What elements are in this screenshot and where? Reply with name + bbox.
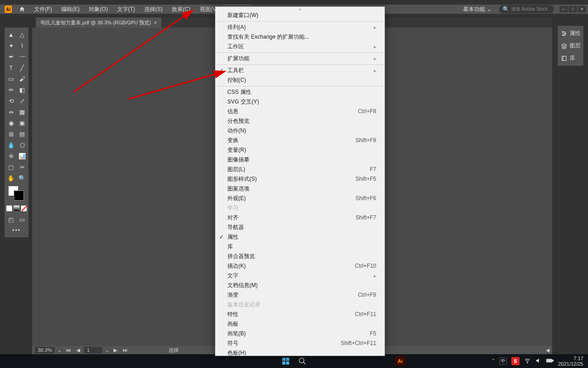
menu-item[interactable]: ✓属性 [215, 232, 384, 242]
type-tool[interactable]: T [6, 63, 16, 73]
color-gradient[interactable] [13, 205, 20, 212]
line-tool[interactable]: ╱ [17, 63, 27, 73]
free-transform-tool[interactable]: ▦ [17, 107, 27, 117]
maximize-button[interactable]: □ [569, 6, 577, 12]
menu-item[interactable]: 特性Ctrl+F11 [215, 310, 384, 319]
last-page-icon[interactable]: ⏭ [121, 347, 129, 353]
menu-item[interactable]: 图形样式(S)Shift+F5 [215, 174, 384, 184]
zoom-level[interactable]: 38.3% [35, 347, 55, 353]
graph-tool[interactable]: 📊 [17, 151, 27, 161]
next-page-icon[interactable]: ▶ [112, 347, 119, 353]
taskbar-search-icon[interactable] [297, 356, 307, 366]
direct-selection-tool[interactable]: △ [17, 29, 27, 40]
menu-item[interactable]: 信息Ctrl+F8 [215, 107, 384, 116]
menu-item[interactable]: 新建窗口(W) [215, 11, 384, 20]
menu-item[interactable]: 画板 [215, 319, 384, 329]
taskbar-illustrator-icon[interactable]: Ai [395, 356, 405, 366]
page-dropdown-icon[interactable]: ⌄ [105, 347, 109, 353]
draw-mode-icon[interactable]: ◰ [6, 214, 16, 224]
blend-tool[interactable]: ⬡ [17, 140, 27, 150]
menu-item[interactable]: SVG 交互(Y) [215, 97, 384, 107]
scroll-left-icon[interactable]: ◀ [546, 347, 549, 353]
edit-toolbar-icon[interactable]: ••• [6, 225, 28, 236]
page-number[interactable]: 1 [84, 347, 102, 353]
menu-item[interactable]: 分色预览 [215, 116, 384, 126]
menu-item[interactable]: 查找有关 Exchange 的扩展功能... [215, 32, 384, 42]
menu-item[interactable]: 导航器 [215, 223, 384, 232]
menu-item[interactable]: 图案选项 [215, 184, 384, 194]
menu-item[interactable]: 工作区▸ [215, 42, 384, 52]
mesh-tool[interactable]: ⊞ [6, 129, 16, 139]
menu-edit[interactable]: 编辑(E) [57, 4, 84, 15]
hand-tool[interactable]: ✋ [6, 173, 16, 183]
menu-item[interactable]: 色板(H) [215, 348, 384, 356]
first-page-icon[interactable]: ⏮ [64, 347, 72, 353]
menu-item[interactable]: 变量(R) [215, 145, 384, 155]
battery-icon[interactable] [546, 358, 554, 364]
prev-page-icon[interactable]: ◀ [75, 347, 81, 353]
slice-tool[interactable]: ✂ [17, 162, 27, 172]
menu-item[interactable]: 排列(A)▸ [215, 23, 384, 32]
screen-mode-icon[interactable]: ▭ [17, 214, 27, 224]
tray-chevron-icon[interactable]: ˄ [492, 358, 495, 364]
zoom-dropdown-icon[interactable]: ⌄ [57, 347, 62, 353]
menu-item[interactable]: 图层(L)F7 [215, 165, 384, 174]
menu-item[interactable]: 拼合器预览 [215, 252, 384, 261]
color-white[interactable] [6, 205, 12, 212]
panel-properties[interactable]: 属性 [560, 28, 582, 39]
menu-item[interactable]: 符号Shift+Ctrl+F11 [215, 339, 384, 348]
system-clock[interactable]: 7:17 2021/12/25 [558, 356, 583, 367]
close-button[interactable]: ✕ [578, 6, 586, 12]
paintbrush-tool[interactable]: 🖌 [17, 74, 27, 84]
menu-item[interactable]: 对齐Shift+F7 [215, 213, 384, 223]
workspace-switcher[interactable]: 基本功能 ⌄ [459, 5, 495, 14]
eraser-tool[interactable]: ◧ [17, 85, 27, 95]
menu-type[interactable]: 文字(T) [113, 4, 140, 15]
stroke-swatch[interactable] [14, 190, 24, 201]
pen-tool[interactable]: ✒ [6, 52, 16, 62]
rectangle-tool[interactable]: ▭ [6, 74, 16, 84]
menu-item[interactable]: 动作(N) [215, 126, 384, 136]
menu-file[interactable]: 文件(F) [29, 4, 57, 15]
menu-effect[interactable]: 效果(C) [167, 4, 195, 15]
menu-object[interactable]: 对象(O) [84, 4, 112, 15]
ime-indicator[interactable]: 中 [499, 357, 507, 365]
sogou-ime-icon[interactable]: S [511, 357, 520, 365]
shape-builder-tool[interactable]: ◉ [6, 118, 16, 128]
selection-tool[interactable]: ▲ [6, 29, 16, 40]
rotate-tool[interactable]: ⟲ [6, 96, 16, 106]
volume-icon[interactable] [535, 357, 542, 365]
tab-close-icon[interactable]: × [154, 20, 157, 25]
menu-item[interactable]: 控制(C) [215, 75, 384, 85]
magic-wand-tool[interactable]: ✦ [6, 40, 16, 51]
width-tool[interactable]: ⇔ [6, 107, 16, 117]
menu-item[interactable]: 描边(K)Ctrl+F10 [215, 261, 384, 271]
menu-item[interactable]: ✓工具栏▸ [215, 66, 384, 75]
menu-item[interactable]: 渐变Ctrl+F9 [215, 290, 384, 300]
menu-item[interactable]: 画笔(B)F5 [215, 329, 384, 339]
symbol-sprayer-tool[interactable]: ※ [6, 151, 16, 161]
gradient-tool[interactable]: ▤ [17, 129, 27, 139]
minimize-button[interactable]: — [560, 6, 568, 12]
menu-item[interactable]: 文字▸ [215, 271, 384, 281]
perspective-tool[interactable]: ▣ [17, 118, 27, 128]
menu-item[interactable]: 变换Shift+F8 [215, 136, 384, 145]
menu-item[interactable]: 扩展功能▸ [215, 54, 384, 63]
fill-stroke-swatch[interactable] [7, 186, 26, 202]
home-icon[interactable] [17, 5, 27, 14]
scale-tool[interactable]: ⤢ [17, 96, 27, 106]
shaper-tool[interactable]: ✏ [6, 85, 16, 95]
curvature-tool[interactable]: 〰 [17, 52, 27, 62]
panel-libraries[interactable]: 库 [560, 52, 582, 64]
menu-item[interactable]: 库 [215, 242, 384, 252]
lasso-tool[interactable]: ⌇ [17, 40, 27, 51]
stock-search[interactable]: 🔍 搜索 Adobe Stock [499, 5, 554, 13]
eyedropper-tool[interactable]: 💧 [6, 140, 16, 150]
color-none[interactable] [21, 205, 27, 212]
wifi-icon[interactable] [524, 357, 531, 365]
panel-layers[interactable]: 图层 [560, 40, 582, 52]
menu-item[interactable]: CSS 属性 [215, 87, 384, 97]
zoom-tool[interactable]: 🔍 [17, 173, 27, 183]
menu-select[interactable]: 选择(S) [140, 4, 167, 15]
menu-item[interactable]: 外观(E)Shift+F6 [215, 194, 384, 203]
